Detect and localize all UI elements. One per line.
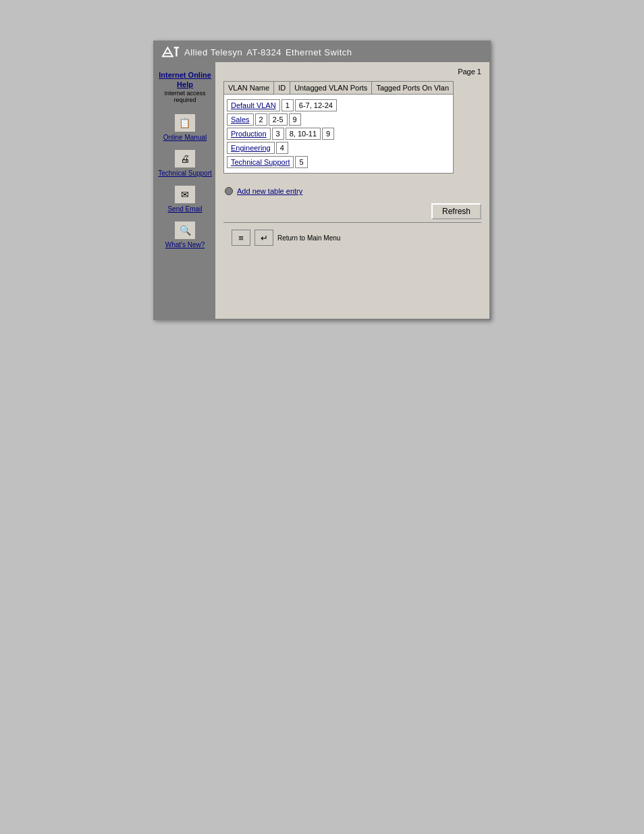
refresh-row: Refresh [223, 203, 481, 219]
at-logo-icon [161, 46, 180, 58]
svg-marker-0 [163, 47, 173, 56]
content-panel: Page 1 VLAN Name ID Untagged VLAN Ports … [215, 62, 489, 319]
logo-area: Allied Telesyn AT-8324 Ethernet Switch [161, 46, 352, 58]
vlan-id-cell[interactable]: 4 [276, 142, 288, 154]
footer-label: Return to Main Menu [277, 234, 340, 242]
browser-window: Allied Telesyn AT-8324 Ethernet Switch I… [153, 41, 491, 320]
table-row: Sales 2 2-5 9 [227, 113, 450, 126]
vlan-name-cell[interactable]: Technical Support [227, 156, 294, 168]
vlan-name-cell[interactable]: Sales [227, 113, 254, 126]
table-row: Production 3 8, 10-11 9 [227, 128, 450, 140]
sidebar: Internet Online Help Internet access req… [155, 62, 215, 319]
vlan-table: VLAN Name ID Untagged VLAN Ports Tagged … [223, 81, 454, 174]
vlan-name-cell[interactable]: Default VLAN [227, 99, 280, 111]
col-id: ID [274, 82, 290, 94]
main-menu-icon[interactable]: ≡ [232, 230, 250, 246]
sidebar-help-subtitle: Internet access required [159, 90, 211, 105]
header-model: AT-8324 [246, 47, 281, 57]
vlan-name-cell[interactable]: Engineering [227, 142, 275, 154]
technical-support-label[interactable]: Technical Support [158, 170, 212, 177]
table-row: Technical Support 5 [227, 156, 450, 168]
col-vlan-name: VLAN Name [224, 82, 274, 94]
add-entry-row[interactable]: Add new table entry [223, 186, 481, 197]
table-row: Engineering 4 [227, 142, 450, 154]
add-entry-link[interactable]: Add new table entry [237, 187, 302, 195]
online-manual-icon: 📋 [174, 113, 196, 132]
vlan-tagged-cell[interactable]: 9 [289, 113, 301, 126]
table-row: Default VLAN 1 6-7, 12-24 [227, 99, 450, 111]
vlan-untagged-cell[interactable]: 8, 10-11 [286, 128, 321, 140]
vlan-untagged-cell[interactable]: 6-7, 12-24 [295, 99, 337, 111]
technical-support-icon: 🖨 [174, 149, 196, 168]
page-number: Page 1 [223, 68, 481, 76]
vlan-untagged-cell[interactable]: 2-5 [269, 113, 288, 126]
vlan-id-cell[interactable]: 5 [295, 156, 307, 168]
header-brand: Allied Telesyn [184, 47, 242, 57]
sidebar-item-send-email[interactable]: ✉ Send Email [166, 184, 203, 214]
add-entry-bullet-icon [225, 187, 233, 195]
vlan-table-header: VLAN Name ID Untagged VLAN Ports Tagged … [224, 82, 453, 95]
back-icon[interactable]: ↵ [254, 230, 273, 246]
sidebar-help-title: Internet Online Help [159, 70, 211, 90]
sidebar-item-whats-new[interactable]: 🔍 What's New? [164, 219, 207, 250]
refresh-button[interactable]: Refresh [431, 203, 481, 219]
vlan-id-cell[interactable]: 1 [281, 99, 294, 111]
send-email-label[interactable]: Send Email [167, 205, 202, 213]
sidebar-item-online-manual[interactable]: 📋 Online Manual [162, 112, 208, 142]
vlan-name-cell[interactable]: Production [227, 128, 271, 140]
header-product: Ethernet Switch [286, 47, 352, 57]
col-untagged: Untagged VLAN Ports [290, 82, 372, 94]
header-bar: Allied Telesyn AT-8324 Ethernet Switch [155, 42, 489, 62]
page-wrapper: Allied Telesyn AT-8324 Ethernet Switch I… [0, 0, 644, 320]
send-email-icon: ✉ [174, 185, 196, 204]
sidebar-item-technical-support[interactable]: 🖨 Technical Support [157, 148, 213, 178]
help-section: Internet Online Help Internet access req… [155, 68, 215, 107]
whats-new-icon: 🔍 [174, 221, 196, 240]
vlan-id-cell[interactable]: 2 [255, 113, 267, 126]
vlan-tagged-cell[interactable]: 9 [322, 128, 334, 140]
whats-new-label[interactable]: What's New? [165, 241, 205, 249]
footer-nav: ≡ ↵ Return to Main Menu [223, 226, 481, 250]
online-manual-label[interactable]: Online Manual [163, 134, 207, 141]
col-tagged: Tagged Ports On Vlan [372, 82, 453, 94]
main-content: Internet Online Help Internet access req… [155, 62, 489, 319]
divider [223, 222, 481, 223]
vlan-table-body: Default VLAN 1 6-7, 12-24 Sales 2 2-5 9 [224, 95, 453, 173]
vlan-id-cell[interactable]: 3 [272, 128, 284, 140]
